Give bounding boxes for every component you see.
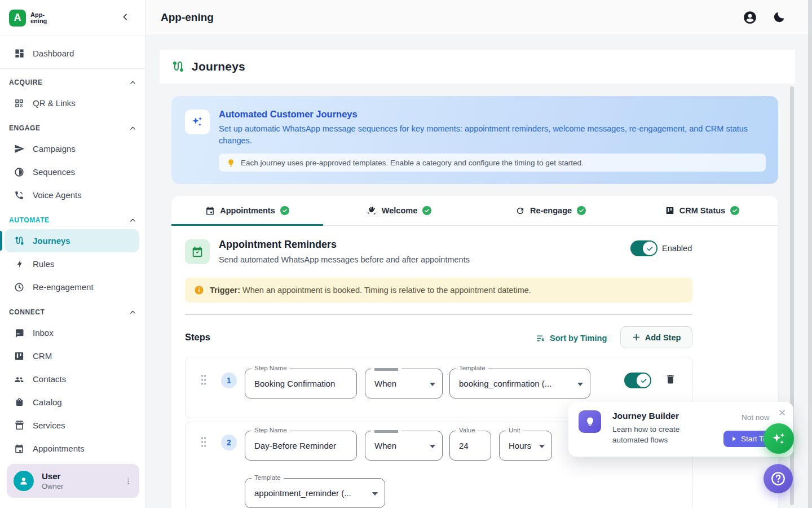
sidebar-item-voice-agents[interactable]: Voice Agents xyxy=(0,183,145,207)
person-icon xyxy=(17,475,30,487)
sidebar-item-qr-links[interactable]: QR & Links xyxy=(0,91,145,115)
user-name: User xyxy=(42,471,124,481)
waving-hand-icon xyxy=(367,205,377,216)
sidebar-item-rules[interactable]: Rules xyxy=(0,252,145,275)
chevron-left-icon xyxy=(121,12,130,21)
sequences-icon xyxy=(14,167,25,177)
sort-by-timing-button[interactable]: Sort by Timing xyxy=(536,330,607,346)
section-title: Appointment Reminders xyxy=(219,239,337,251)
trigger-body: When an appointment is booked. Timing is… xyxy=(240,286,531,295)
ai-assistant-fab[interactable] xyxy=(764,423,794,454)
lightbulb-icon xyxy=(585,417,595,427)
bolt-icon xyxy=(14,259,25,269)
drag-handle-icon[interactable] xyxy=(200,436,207,448)
chevron-down-icon xyxy=(372,492,378,496)
sparkles-icon xyxy=(771,431,787,446)
play-icon xyxy=(731,436,737,442)
clock-icon xyxy=(14,282,25,292)
sidebar-item-sequences[interactable]: Sequences xyxy=(0,160,145,183)
sidebar-collapse-button[interactable] xyxy=(121,12,130,21)
close-icon xyxy=(778,409,786,417)
sidebar-item-label: QR & Links xyxy=(33,98,76,108)
step-name-field: Step Name xyxy=(245,431,357,461)
tab-re-engage[interactable]: Re-engage xyxy=(475,196,626,225)
sidebar-item-crm[interactable]: CRM xyxy=(0,344,145,367)
dark-mode-button[interactable] xyxy=(772,10,786,25)
sparkles-icon xyxy=(191,115,204,129)
sidebar-item-inbox[interactable]: Inbox xyxy=(0,321,145,344)
page-title-bar: Journeys xyxy=(160,50,795,84)
step-name-input[interactable] xyxy=(245,369,356,398)
user-profile-card[interactable]: User Owner xyxy=(7,464,139,498)
app-logo: A xyxy=(9,10,26,27)
template-select[interactable]: Template appointment_reminder (... xyxy=(245,478,385,508)
sidebar-section-connect[interactable]: CONNECT xyxy=(0,305,145,319)
account-button[interactable] xyxy=(743,10,757,25)
tab-appointments[interactable]: Appointments xyxy=(171,196,323,225)
sidebar-item-dashboard[interactable]: Dashboard xyxy=(0,42,145,65)
sidebar-item-services[interactable]: Services xyxy=(0,414,145,437)
drag-handle-icon[interactable] xyxy=(200,374,207,386)
value-input[interactable] xyxy=(450,431,491,460)
sidebar-item-campaigns[interactable]: Campaigns xyxy=(0,137,145,160)
banner-description: Set up automatic WhatsApp message sequen… xyxy=(219,123,774,147)
tab-crm-status[interactable]: CRM Status xyxy=(626,196,778,225)
sidebar-item-catalog[interactable]: Catalog xyxy=(0,391,145,414)
not-now-button[interactable]: Not now xyxy=(742,413,770,422)
section-label: ENGAGE xyxy=(9,124,41,132)
toggle-thumb xyxy=(637,374,650,387)
sidebar-item-label: Campaigns xyxy=(33,144,76,154)
tab-label: Welcome xyxy=(382,206,417,215)
when-value: When xyxy=(374,369,396,398)
sidebar-section-engage[interactable]: ENGAGE xyxy=(0,121,145,135)
check-badge-icon xyxy=(280,206,289,215)
sidebar-section-automate[interactable]: AUTOMATE xyxy=(0,213,145,227)
plus-icon xyxy=(632,333,641,341)
trigger-label: Trigger: xyxy=(210,286,240,295)
banner-tip-text: Each journey uses pre-approved templates… xyxy=(241,159,584,167)
more-vertical-icon[interactable] xyxy=(124,477,133,485)
dashboard-icon xyxy=(14,48,25,59)
section-enabled-toggle[interactable] xyxy=(630,240,657,256)
unit-select[interactable]: Unit Hours xyxy=(499,431,552,461)
journeys-card: Appointments Welcome Re-engage CRM Statu… xyxy=(171,196,778,508)
template-select[interactable]: Template booking_confirmation (... xyxy=(449,369,590,398)
page-scrollbar[interactable] xyxy=(808,0,812,508)
add-step-button[interactable]: Add Step xyxy=(620,326,692,348)
sidebar-item-label: Inbox xyxy=(33,328,54,338)
delete-step-button[interactable] xyxy=(665,373,676,386)
sidebar-item-label: Rules xyxy=(33,259,54,269)
sidebar-item-contacts[interactable]: Contacts xyxy=(0,367,145,391)
sort-by-timing-label: Sort by Timing xyxy=(550,334,607,343)
close-button[interactable] xyxy=(778,409,786,417)
section-icon-tile xyxy=(185,239,210,264)
tab-welcome[interactable]: Welcome xyxy=(323,196,475,225)
kanban-icon xyxy=(14,351,25,361)
sidebar-item-appointments[interactable]: Appointments xyxy=(0,437,145,460)
sidebar-item-journeys[interactable]: Journeys xyxy=(0,229,145,252)
template-value: appointment_reminder (... xyxy=(254,479,368,507)
sidebar-section-acquire[interactable]: ACQUIRE xyxy=(0,76,145,89)
app-logo-letter: A xyxy=(14,12,21,24)
chevron-up-icon xyxy=(129,309,136,316)
when-select[interactable]: When xyxy=(365,369,443,398)
sidebar-logo-row: A App- ening xyxy=(0,0,145,36)
step-name-input[interactable] xyxy=(245,431,356,460)
sidebar-item-re-engagement[interactable]: Re-engagement xyxy=(0,275,145,299)
step-enabled-toggle[interactable] xyxy=(624,373,651,388)
toggle-label: Enabled xyxy=(662,244,692,253)
help-fab[interactable] xyxy=(764,464,793,493)
when-select[interactable]: When xyxy=(365,431,443,461)
chevron-down-icon xyxy=(577,383,583,386)
banner-title: Automated Customer Journeys xyxy=(219,109,358,120)
phone-icon xyxy=(14,190,25,200)
chevron-down-icon xyxy=(430,445,435,448)
step-number: 2 xyxy=(227,438,231,447)
calendar-icon xyxy=(191,246,204,258)
step-number-badge: 1 xyxy=(221,373,237,388)
storefront-icon xyxy=(14,420,25,431)
trash-icon xyxy=(665,373,676,386)
user-meta: User Owner xyxy=(42,471,124,491)
route-icon xyxy=(171,60,185,73)
chat-icon xyxy=(14,328,25,338)
